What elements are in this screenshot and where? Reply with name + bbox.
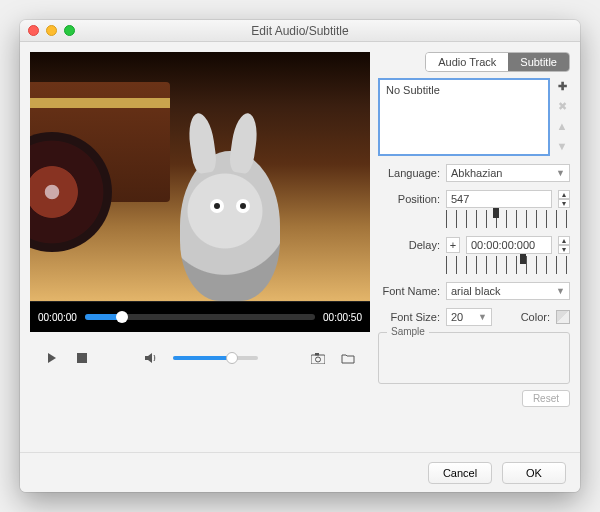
right-pane: Audio Track Subtitle No Subtitle ✚ ✖ ▲ ▼… bbox=[378, 52, 570, 407]
color-label: Color: bbox=[521, 311, 550, 323]
app-window: Edit Audio/Subtitle 00:00:00 bbox=[20, 20, 580, 492]
snapshot-button[interactable] bbox=[310, 350, 326, 366]
sample-label: Sample bbox=[387, 326, 429, 337]
delay-input[interactable]: 00:00:00:000 bbox=[466, 236, 552, 254]
font-name-label: Font Name: bbox=[378, 285, 440, 297]
subtitle-listbox[interactable]: No Subtitle bbox=[378, 78, 550, 156]
position-value: 547 bbox=[451, 193, 469, 205]
decor-wheel bbox=[30, 132, 112, 252]
sample-preview: Sample bbox=[378, 332, 570, 384]
font-size-select[interactable]: 20 ▼ bbox=[446, 308, 492, 326]
delay-marker[interactable] bbox=[520, 254, 526, 264]
seek-track[interactable] bbox=[85, 314, 315, 320]
remove-subtitle-button[interactable]: ✖ bbox=[554, 98, 570, 114]
language-label: Language: bbox=[378, 167, 440, 179]
position-slider[interactable] bbox=[446, 210, 570, 228]
seek-thumb[interactable] bbox=[116, 311, 128, 323]
chevron-down-icon: ▼ bbox=[556, 168, 565, 178]
chevron-down-icon: ▼ bbox=[478, 312, 487, 322]
move-down-button[interactable]: ▼ bbox=[554, 138, 570, 154]
decor-donkey bbox=[180, 151, 280, 301]
language-select[interactable]: Abkhazian ▼ bbox=[446, 164, 570, 182]
cancel-button[interactable]: Cancel bbox=[428, 462, 492, 484]
font-name-value: arial black bbox=[451, 285, 501, 297]
svg-rect-3 bbox=[315, 353, 319, 356]
zoom-icon[interactable] bbox=[64, 25, 75, 36]
seek-bar: 00:00:00 00:00:50 bbox=[30, 302, 370, 332]
subtitle-list-row: No Subtitle ✚ ✖ ▲ ▼ bbox=[378, 78, 570, 156]
volume-fill bbox=[173, 356, 233, 360]
player-controls bbox=[30, 332, 370, 384]
traffic-lights bbox=[28, 25, 75, 36]
tab-subtitle[interactable]: Subtitle bbox=[508, 53, 569, 71]
ok-button[interactable]: OK bbox=[502, 462, 566, 484]
delay-stepper[interactable]: ▴▾ bbox=[558, 236, 570, 254]
delay-sign-toggle[interactable]: + bbox=[446, 237, 460, 253]
svg-rect-1 bbox=[311, 355, 325, 364]
volume-icon[interactable] bbox=[143, 350, 159, 366]
delay-slider[interactable] bbox=[446, 256, 570, 274]
video-preview: 00:00:00 00:00:50 bbox=[30, 52, 370, 332]
font-size-value: 20 bbox=[451, 311, 463, 323]
delay-label: Delay: bbox=[378, 239, 440, 251]
subtitle-list-item[interactable]: No Subtitle bbox=[386, 84, 542, 96]
volume-slider[interactable] bbox=[173, 356, 258, 360]
tab-audio-track[interactable]: Audio Track bbox=[426, 53, 508, 71]
delay-value: 00:00:00:000 bbox=[471, 239, 535, 251]
volume-thumb[interactable] bbox=[226, 352, 238, 364]
position-marker[interactable] bbox=[493, 208, 499, 218]
chevron-down-icon: ▼ bbox=[556, 286, 565, 296]
titlebar: Edit Audio/Subtitle bbox=[20, 20, 580, 42]
dialog-footer: Cancel OK bbox=[20, 452, 580, 492]
add-subtitle-button[interactable]: ✚ bbox=[554, 78, 570, 94]
svg-point-2 bbox=[316, 357, 321, 362]
stop-button[interactable] bbox=[74, 350, 90, 366]
time-total: 00:00:50 bbox=[323, 312, 362, 323]
position-input[interactable]: 547 bbox=[446, 190, 552, 208]
decor-cart bbox=[30, 82, 170, 202]
content-area: 00:00:00 00:00:50 bbox=[20, 42, 580, 407]
color-picker[interactable] bbox=[556, 310, 570, 324]
left-pane: 00:00:00 00:00:50 bbox=[30, 52, 370, 407]
reset-button[interactable]: Reset bbox=[522, 390, 570, 407]
language-value: Abkhazian bbox=[451, 167, 502, 179]
move-up-button[interactable]: ▲ bbox=[554, 118, 570, 134]
svg-rect-0 bbox=[77, 353, 87, 363]
time-current: 00:00:00 bbox=[38, 312, 77, 323]
mode-tabs: Audio Track Subtitle bbox=[378, 52, 570, 72]
position-label: Position: bbox=[378, 193, 440, 205]
position-stepper[interactable]: ▴▾ bbox=[558, 190, 570, 208]
font-name-select[interactable]: arial black ▼ bbox=[446, 282, 570, 300]
window-title: Edit Audio/Subtitle bbox=[251, 24, 348, 38]
close-icon[interactable] bbox=[28, 25, 39, 36]
font-size-label: Font Size: bbox=[378, 311, 440, 323]
minimize-icon[interactable] bbox=[46, 25, 57, 36]
play-button[interactable] bbox=[44, 350, 60, 366]
video-frame[interactable] bbox=[30, 52, 370, 302]
open-file-button[interactable] bbox=[340, 350, 356, 366]
